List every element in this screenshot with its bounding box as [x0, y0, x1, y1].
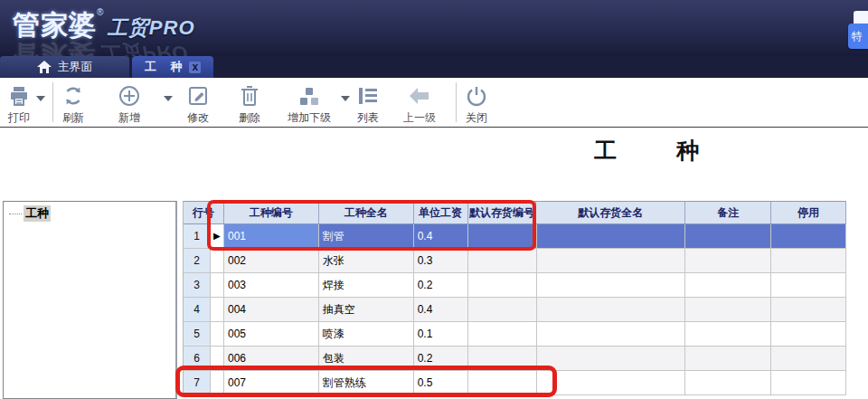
toolbar-separator [456, 82, 457, 122]
corner-widget[interactable]: 特 [844, 9, 868, 52]
remark-cell[interactable] [685, 347, 771, 371]
add-button[interactable]: 新增 [118, 84, 141, 126]
name-cell[interactable]: 焊接 [319, 273, 414, 298]
inv-name-cell[interactable] [537, 273, 686, 298]
table-row[interactable]: 6 006 包装 0.2 [184, 347, 846, 371]
column-header-name[interactable]: 工种全名 [319, 202, 414, 223]
inv-name-cell[interactable] [537, 322, 686, 347]
disabled-cell[interactable] [771, 249, 846, 273]
corner-badge[interactable]: 特 [848, 24, 868, 49]
column-header-inv-code[interactable]: 默认存货编号 [468, 202, 537, 223]
table-row[interactable]: 3 003 焊接 0.2 [184, 273, 846, 298]
wage-cell[interactable]: 0.3 [414, 249, 468, 273]
add-dropdown-arrow-icon[interactable] [164, 96, 173, 101]
button-label: 列表 [357, 110, 379, 126]
inv-code-cell[interactable] [468, 371, 537, 395]
app-window: 管家婆® 工贸PRO 管家婆 工贸PRO 特 主界面 工 种 x [0, 0, 868, 399]
edit-button[interactable]: 修改 [186, 84, 210, 126]
row-number-cell[interactable]: 3 [184, 273, 211, 298]
refresh-button[interactable]: 刷新 [61, 84, 85, 126]
name-cell[interactable]: 割管熟练 [319, 371, 414, 395]
name-cell[interactable]: 喷漆 [319, 322, 414, 347]
code-cell[interactable]: 002 [224, 249, 319, 273]
wage-cell[interactable]: 0.2 [414, 347, 468, 371]
row-number-cell[interactable]: 5 [184, 322, 211, 347]
name-cell[interactable]: 水张 [319, 249, 414, 273]
remark-cell[interactable] [685, 322, 771, 347]
refresh-icon [61, 84, 85, 108]
wage-cell[interactable]: 0.2 [414, 273, 468, 298]
tab-close-icon[interactable]: x [189, 62, 201, 73]
inv-code-cell[interactable] [468, 322, 537, 347]
column-header-code[interactable]: 工种编号 [224, 202, 319, 223]
column-header-disabled[interactable]: 停用 [771, 202, 846, 223]
list-button[interactable]: 列表 [356, 84, 380, 126]
wage-cell[interactable]: 0.5 [414, 371, 468, 395]
column-header-inv-name[interactable]: 默认存货全名 [536, 202, 685, 223]
delete-button[interactable]: 删除 [238, 84, 261, 126]
inv-code-cell[interactable] [468, 249, 537, 273]
disabled-cell[interactable] [771, 347, 846, 371]
code-cell[interactable]: 006 [224, 347, 319, 371]
table-row[interactable]: 5 005 喷漆 0.1 [184, 322, 846, 347]
disabled-cell[interactable] [771, 273, 846, 298]
code-cell[interactable]: 001 [224, 224, 319, 249]
code-cell[interactable]: 004 [224, 298, 319, 322]
button-label: 新增 [118, 110, 140, 126]
row-number-cell[interactable]: 4 [184, 298, 211, 322]
close-button[interactable]: 关闭 [465, 84, 488, 126]
print-dropdown-arrow-icon[interactable] [36, 96, 45, 101]
row-number-cell[interactable]: 2 [184, 249, 211, 273]
inv-code-cell[interactable] [468, 298, 537, 322]
inv-name-cell[interactable] [537, 371, 686, 395]
inv-name-cell[interactable] [537, 347, 686, 371]
row-number-cell[interactable]: 1 [184, 224, 211, 249]
code-cell[interactable]: 003 [224, 273, 319, 298]
row-number-cell[interactable]: 7 [184, 371, 211, 395]
table-row[interactable]: 1 ▶ 001 割管 0.4 [184, 224, 846, 249]
tree-node-label[interactable]: 工种 [24, 205, 51, 222]
add-sublevel-icon [297, 84, 321, 108]
remark-cell[interactable] [685, 298, 771, 322]
code-cell[interactable]: 007 [224, 371, 319, 395]
name-cell[interactable]: 割管 [319, 224, 414, 249]
column-header-wage[interactable]: 单位工资 [414, 202, 468, 223]
tab-main-screen[interactable]: 主界面 [0, 56, 129, 78]
column-header-row-no[interactable]: 行号 [184, 202, 224, 223]
logo-text-sub: 工贸PRO [108, 16, 195, 39]
name-cell[interactable]: 包装 [319, 347, 414, 371]
inv-code-cell[interactable] [468, 224, 537, 249]
list-icon [356, 84, 380, 108]
inv-code-cell[interactable] [468, 347, 537, 371]
remark-cell[interactable] [685, 273, 771, 298]
table-row[interactable]: 7 007 割管熟练 0.5 [184, 371, 846, 395]
wage-cell[interactable]: 0.4 [414, 298, 468, 322]
add-sublevel-button[interactable]: 增加下级 [288, 84, 331, 126]
inv-name-cell[interactable] [537, 224, 686, 249]
column-header-remark[interactable]: 备注 [685, 202, 771, 223]
disabled-cell[interactable] [771, 322, 846, 347]
code-cell[interactable]: 005 [224, 322, 319, 347]
up-level-button[interactable]: 上一级 [403, 84, 436, 126]
table-row[interactable]: 2 002 水张 0.3 [184, 249, 846, 273]
disabled-cell[interactable] [771, 298, 846, 322]
registered-mark: ® [97, 7, 103, 17]
row-number-cell[interactable]: 6 [184, 347, 211, 371]
inv-code-cell[interactable] [468, 273, 537, 298]
wage-cell[interactable]: 0.1 [414, 322, 468, 347]
remark-cell[interactable] [685, 224, 771, 249]
name-cell[interactable]: 抽真空 [319, 298, 414, 322]
disabled-cell[interactable] [771, 224, 846, 249]
inv-name-cell[interactable] [537, 298, 686, 322]
tab-work-type[interactable]: 工 种 x [132, 56, 213, 78]
disabled-cell[interactable] [771, 371, 846, 395]
wage-cell[interactable]: 0.4 [414, 224, 468, 249]
add-sublevel-dropdown-arrow-icon[interactable] [341, 96, 350, 101]
remark-cell[interactable] [685, 371, 771, 395]
print-button[interactable]: 打印 [7, 84, 31, 126]
inv-name-cell[interactable] [537, 249, 686, 273]
table-row[interactable]: 4 004 抽真空 0.4 [184, 298, 846, 322]
remark-cell[interactable] [685, 249, 771, 273]
record-indicator-cell [211, 249, 224, 273]
tree-node-work-type[interactable]: 工种 [9, 205, 175, 222]
